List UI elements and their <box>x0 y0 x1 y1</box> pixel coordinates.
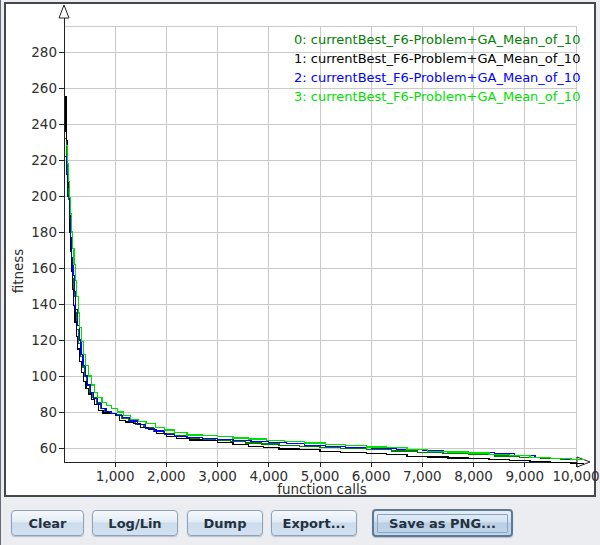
legend-entry-2: 2: currentBest_F6-Problem+GA_Mean_of_10 <box>294 70 580 85</box>
y-tick-label: 80 <box>40 404 57 420</box>
x-tick-label: 3,000 <box>198 468 237 484</box>
legend-entry-0: 0: currentBest_F6-Problem+GA_Mean_of_10 <box>294 32 580 47</box>
x-tick-label: 7,000 <box>403 468 442 484</box>
clear-button[interactable]: Clear <box>11 510 84 536</box>
save-png-button[interactable]: Save as PNG... <box>372 509 513 537</box>
fitness-chart: 60801001201401601802002202402602801,0002… <box>1 0 600 545</box>
legend-entry-3: 3: currentBest_F6-Problem+GA_Mean_of_10 <box>294 89 580 104</box>
y-tick-label: 240 <box>31 116 57 132</box>
export-button[interactable]: Export... <box>271 510 357 536</box>
y-tick-label: 160 <box>31 260 57 276</box>
y-tick-label: 140 <box>31 296 57 312</box>
dump-button[interactable]: Dump <box>187 510 263 536</box>
y-axis-arrow-icon <box>59 5 69 18</box>
y-tick-label: 180 <box>31 224 57 240</box>
y-tick-label: 120 <box>31 332 57 348</box>
x-axis-arrow-icon <box>577 457 590 467</box>
loglin-button[interactable]: Log/Lin <box>92 510 178 536</box>
legend-entry-1: 1: currentBest_F6-Problem+GA_Mean_of_10 <box>294 51 580 66</box>
series-line-1 <box>65 97 584 464</box>
x-axis-title: function calls <box>277 481 367 497</box>
y-tick-label: 100 <box>31 368 57 384</box>
series-line-2 <box>65 156 583 459</box>
y-tick-label: 260 <box>31 80 57 96</box>
x-tick-label: 10,000 <box>552 468 599 484</box>
x-tick-label: 8,000 <box>454 468 493 484</box>
y-tick-label: 280 <box>31 44 57 60</box>
x-tick-label: 9,000 <box>505 468 544 484</box>
y-tick-label: 220 <box>31 152 57 168</box>
x-tick-label: 2,000 <box>147 468 186 484</box>
button-bar: Clear Log/Lin Dump Export... Save as PNG… <box>1 497 600 545</box>
plot-window: 60801001201401601802002202402602801,0002… <box>0 0 600 545</box>
y-tick-label: 60 <box>40 440 57 456</box>
y-axis-title: fitness <box>10 249 26 294</box>
y-tick-label: 200 <box>31 188 57 204</box>
x-tick-label: 1,000 <box>96 468 135 484</box>
